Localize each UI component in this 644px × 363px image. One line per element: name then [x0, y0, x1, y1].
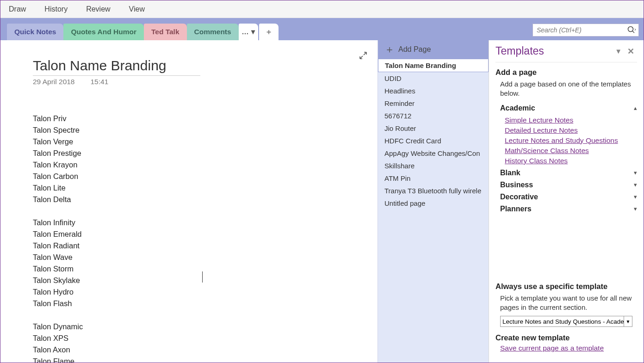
chevron-down-icon: ▾ [634, 181, 637, 188]
page-list-item[interactable]: Talon Name Branding [378, 59, 489, 72]
note-line[interactable]: Talon Skylake [33, 275, 378, 286]
page-list-item[interactable]: HDFC Credit Card [378, 135, 489, 147]
tab-overflow[interactable]: … ▾ [239, 24, 258, 40]
note-line[interactable]: Talon Wave [33, 252, 378, 263]
note-line[interactable]: Talon Axon [33, 344, 378, 356]
save-template-link[interactable]: Save current page as a template [500, 344, 637, 352]
always-desc: Pick a template you want to use for all … [500, 294, 637, 313]
tab-add[interactable]: ＋ [259, 24, 279, 40]
page-list-item[interactable]: Headlines [378, 85, 489, 97]
template-link[interactable]: History Class Notes [505, 157, 637, 165]
plus-icon: ＋ [265, 27, 272, 37]
template-link[interactable]: Detailed Lecture Notes [505, 126, 637, 135]
category-name: Academic [500, 104, 634, 112]
svg-point-0 [628, 27, 633, 32]
note-line[interactable]: Talon Flame [33, 356, 378, 363]
expand-icon[interactable] [359, 51, 367, 60]
page-time: 15:41 [91, 78, 109, 86]
page-list-item[interactable]: AppAgy Website Changes/Con [378, 147, 489, 160]
tab-quick-notes[interactable]: Quick Notes [7, 24, 63, 40]
default-template-dropdown[interactable]: Lecture Notes and Study Questions - Acad… [500, 316, 624, 327]
note-line[interactable]: Talon Krayon [33, 159, 378, 171]
create-template-heading: Create new template [495, 333, 637, 342]
category-name: Decorative [500, 193, 634, 201]
note-line[interactable]: Talon Spectre [33, 124, 378, 136]
add-page-desc: Add a page based on one of the templates… [500, 80, 637, 98]
chevron-down-icon[interactable]: ▼ [624, 316, 632, 327]
tab-comments[interactable]: Comments [187, 24, 239, 40]
overflow-dots: … [242, 28, 249, 36]
chevron-down-icon: ▾ [634, 205, 637, 212]
plus-icon: ＋ [384, 43, 395, 56]
note-line[interactable]: Talon Priv [33, 113, 378, 124]
category-name: Blank [500, 169, 634, 177]
add-page-button[interactable]: ＋ Add Page [378, 40, 489, 59]
note-line[interactable]: Talon Dynamic [33, 321, 378, 332]
note-line[interactable]: Talon Emerald [33, 228, 378, 240]
template-category[interactable]: Academic▴ [495, 102, 637, 114]
template-category[interactable]: Blank▾ [495, 167, 637, 179]
templates-pane: Templates ▼ ✕ Add a page Add a page base… [489, 40, 644, 363]
menu-history[interactable]: History [44, 5, 68, 13]
add-page-label: Add Page [398, 45, 431, 54]
main-area: Talon Name Branding 29 April 2018 15:41 … [0, 40, 644, 363]
templates-title: Templates [495, 45, 612, 57]
pane-options-icon[interactable]: ▼ [612, 47, 625, 55]
page-list-item[interactable]: Skillshare [378, 160, 489, 172]
page-list-item[interactable]: Untitled page [378, 197, 489, 209]
add-page-heading: Add a page [495, 68, 637, 77]
note-body[interactable]: Talon PrivTalon SpectreTalon VergeTalon … [33, 113, 378, 363]
close-icon[interactable]: ✕ [625, 46, 637, 56]
note-line[interactable]: Talon XPS [33, 332, 378, 344]
note-line[interactable]: Talon Delta [33, 194, 378, 205]
note-line[interactable]: Talon Hydro [33, 286, 378, 298]
template-link[interactable]: Lecture Notes and Study Questions [505, 136, 637, 145]
chevron-down-icon: ▾ [634, 193, 637, 200]
note-line[interactable]: Talon Prestige [33, 148, 378, 159]
page-list-item[interactable]: Jio Router [378, 122, 489, 135]
template-link[interactable]: Simple Lecture Notes [505, 116, 637, 124]
note-line[interactable]: Talon Lite [33, 182, 378, 194]
text-cursor [202, 271, 203, 283]
menu-bar: Draw History Review View [0, 0, 644, 18]
chevron-up-icon: ▴ [634, 105, 637, 111]
page-date: 29 April 2018 [33, 78, 75, 86]
note-line[interactable]: Talon Infinity [33, 217, 378, 228]
note-line[interactable]: Talon Verge [33, 136, 378, 148]
chevron-down-icon: ▾ [634, 169, 637, 176]
template-category[interactable]: Business▾ [495, 179, 637, 191]
tab-quotes[interactable]: Quotes And Humor [63, 24, 144, 40]
note-line[interactable] [33, 205, 378, 217]
menu-review[interactable]: Review [86, 5, 110, 13]
page-title[interactable]: Talon Name Branding [33, 58, 199, 74]
search-icon[interactable] [627, 25, 636, 35]
note-line[interactable]: Talon Radiant [33, 240, 378, 252]
page-list-item[interactable]: ATM Pin [378, 172, 489, 185]
menu-draw[interactable]: Draw [9, 5, 26, 13]
template-category[interactable]: Planners▾ [495, 203, 637, 215]
template-category[interactable]: Decorative▾ [495, 191, 637, 203]
section-tabs: Quick Notes Quotes And Humor Ted Talk Co… [0, 18, 644, 40]
page-list-item[interactable]: UDID [378, 72, 489, 85]
page-list-item[interactable]: 5676712 [378, 110, 489, 122]
svg-line-1 [632, 31, 634, 33]
category-name: Planners [500, 205, 634, 213]
page-list-pane: ＋ Add Page Talon Name BrandingUDIDHeadli… [378, 40, 489, 363]
tab-ted-talk[interactable]: Ted Talk [144, 24, 187, 40]
menu-view[interactable]: View [129, 5, 145, 13]
always-heading: Always use a specific template [495, 282, 637, 291]
chevron-down-icon: ▾ [251, 28, 255, 36]
note-line[interactable]: Talon Flash [33, 298, 378, 309]
note-line[interactable]: Talon Storm [33, 263, 378, 275]
category-name: Business [500, 181, 634, 189]
page-list-item[interactable]: Reminder [378, 97, 489, 110]
note-canvas[interactable]: Talon Name Branding 29 April 2018 15:41 … [0, 40, 378, 363]
page-list-item[interactable]: Tranya T3 Bluetooth fully wirele [378, 185, 489, 197]
note-line[interactable] [33, 309, 378, 321]
note-line[interactable]: Talon Carbon [33, 171, 378, 182]
template-link[interactable]: Math/Science Class Notes [505, 147, 637, 155]
search-input[interactable] [533, 24, 639, 37]
